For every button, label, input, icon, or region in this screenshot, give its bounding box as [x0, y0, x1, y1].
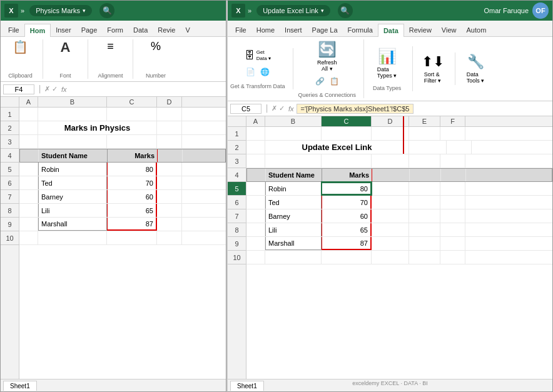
cell-e6-right[interactable] — [409, 196, 440, 209]
connections-btn[interactable]: 🔗 — [313, 76, 327, 87]
tab-data-left[interactable]: Data — [128, 24, 153, 36]
tab-data-right[interactable]: Data — [378, 24, 404, 37]
cell-c1-right[interactable] — [322, 127, 372, 140]
props-btn[interactable]: 📋 — [328, 76, 341, 87]
cell-d10-left[interactable] — [157, 231, 182, 244]
row-7-header-left[interactable]: 7 — [1, 190, 19, 204]
col-c-left[interactable]: C — [107, 97, 157, 107]
cell-barney-marks-right[interactable]: 60 — [322, 209, 372, 223]
col-f-right[interactable]: F — [440, 116, 465, 126]
sheet-tab-sheet1-right[interactable]: Sheet1 — [230, 381, 264, 391]
cell-marshall-marks-left[interactable]: 87 — [107, 218, 157, 231]
cell-barney-marks-left[interactable]: 60 — [107, 190, 157, 203]
right-formula-display[interactable]: ='[Physics Marks.xlsx]Sheet1'!$C$5 — [297, 104, 414, 114]
cell-a4-left[interactable] — [20, 149, 39, 162]
col-e-right[interactable]: E — [409, 116, 440, 126]
row-2-header-right[interactable]: 2 — [228, 141, 246, 154]
cell-a10-right[interactable] — [246, 251, 265, 264]
tab-insert-right[interactable]: Insert — [280, 24, 307, 36]
cell-c10-right[interactable] — [322, 251, 372, 264]
cell-f6-right[interactable] — [440, 196, 465, 209]
cell-barney-name-left[interactable]: Barney — [38, 190, 107, 203]
cell-d7-right[interactable] — [372, 209, 409, 223]
col-header-name-right[interactable]: Student Name — [266, 169, 322, 181]
tab-formula-right[interactable]: Formula — [343, 24, 378, 36]
cell-ted-name-left[interactable]: Ted — [38, 176, 107, 189]
col-c-right[interactable]: C — [322, 116, 372, 126]
cell-f2-right[interactable] — [447, 141, 472, 154]
col-header-marks-left[interactable]: Marks — [108, 149, 158, 162]
cell-b10-right[interactable] — [265, 251, 322, 264]
number-btn[interactable]: % — [148, 39, 163, 53]
right-cell-ref[interactable]: C5 — [230, 104, 261, 114]
clipboard-btn[interactable]: 📋 — [10, 39, 31, 54]
sort-filter-btn[interactable]: ⬆⬇ Sort &Filter ▾ — [419, 53, 447, 85]
cell-ted-name-right[interactable]: Ted — [265, 196, 322, 209]
cell-a9-right[interactable] — [246, 237, 265, 250]
tab-review-left[interactable]: Revie — [153, 24, 180, 36]
cell-f9-right[interactable] — [440, 237, 465, 250]
cell-d1-left[interactable] — [157, 108, 182, 121]
tab-page-right[interactable]: Page La — [307, 24, 343, 36]
cell-f3-right[interactable] — [440, 154, 465, 168]
tab-home-right[interactable]: Home — [251, 24, 280, 36]
cell-c1-left[interactable] — [107, 108, 157, 121]
left-doc-title-pill[interactable]: Physics Marks ▾ — [29, 5, 92, 16]
tab-review-right[interactable]: Review — [404, 24, 437, 36]
row-6-header-left[interactable]: 6 — [1, 176, 19, 190]
row-10-header-right[interactable]: 10 — [228, 251, 246, 264]
cell-d7-left[interactable] — [157, 190, 182, 203]
cell-a5-right[interactable] — [246, 182, 265, 195]
cell-a7-left[interactable] — [19, 190, 38, 203]
left-search-icon[interactable]: 🔍 — [99, 3, 114, 18]
refresh-all-btn[interactable]: 🔄 RefreshAll ▾ — [315, 39, 340, 73]
row-6-header-right[interactable]: 6 — [228, 196, 246, 209]
cell-d10-right[interactable] — [372, 251, 409, 264]
row-5-header-left[interactable]: 5 — [1, 163, 19, 176]
col-b-right[interactable]: B — [265, 116, 322, 126]
cell-lili-marks-left[interactable]: 65 — [107, 204, 157, 217]
cell-e1-right[interactable] — [409, 127, 440, 140]
cell-a2-left[interactable] — [19, 121, 38, 134]
cell-a4-right[interactable] — [247, 169, 266, 181]
cell-e4-right[interactable] — [410, 169, 441, 181]
row-7-header-right[interactable]: 7 — [228, 209, 246, 223]
cell-ted-marks-left[interactable]: 70 — [107, 176, 157, 189]
col-header-name-left[interactable]: Student Name — [39, 149, 108, 162]
cell-a3-left[interactable] — [19, 135, 38, 148]
cell-a7-right[interactable] — [246, 209, 265, 223]
tab-view-left[interactable]: V — [180, 24, 195, 36]
sheet-tab-sheet1-left[interactable]: Sheet1 — [3, 381, 37, 391]
row-4-header-left[interactable]: 4 — [1, 149, 19, 163]
get-data-btn[interactable]: 🗄 GetData ▾ — [242, 48, 273, 63]
row-3-header-right[interactable]: 3 — [228, 154, 246, 168]
cell-lili-name-left[interactable]: Lili — [38, 204, 107, 217]
cell-a5-left[interactable] — [19, 163, 38, 176]
cell-a6-left[interactable] — [19, 176, 38, 189]
cell-f5-right[interactable] — [440, 182, 465, 195]
cell-marshall-name-right[interactable]: Marshall — [265, 237, 322, 250]
cell-a9-left[interactable] — [19, 218, 38, 231]
cell-robin-marks-right[interactable]: 80 — [322, 182, 372, 195]
cell-a6-right[interactable] — [246, 196, 265, 209]
tab-home-left[interactable]: Hom — [24, 24, 51, 37]
cell-b3-right[interactable] — [265, 154, 322, 168]
cell-c10-left[interactable] — [107, 231, 157, 244]
from-web-btn[interactable]: 🌐 — [258, 66, 271, 78]
cell-robin-marks-left[interactable]: 80 — [107, 163, 157, 176]
row-9-header-right[interactable]: 9 — [228, 237, 246, 251]
row-4-header-right[interactable]: 4 — [228, 168, 246, 182]
row-5-header-right[interactable]: 5 — [228, 182, 246, 196]
tab-form-left[interactable]: Form — [102, 24, 128, 36]
font-btn[interactable]: A — [58, 39, 73, 56]
cell-f4-right[interactable] — [441, 169, 466, 181]
cell-lili-marks-right[interactable]: 65 — [322, 223, 372, 236]
cell-e7-right[interactable] — [409, 209, 440, 223]
cell-a8-right[interactable] — [246, 223, 265, 236]
cell-c3-left[interactable] — [107, 135, 157, 148]
cell-d5-left[interactable] — [157, 163, 182, 176]
cell-f7-right[interactable] — [440, 209, 465, 223]
cell-a1-right[interactable] — [246, 127, 265, 140]
row-3-header-left[interactable]: 3 — [1, 135, 19, 149]
cell-b1-right[interactable] — [265, 127, 322, 140]
